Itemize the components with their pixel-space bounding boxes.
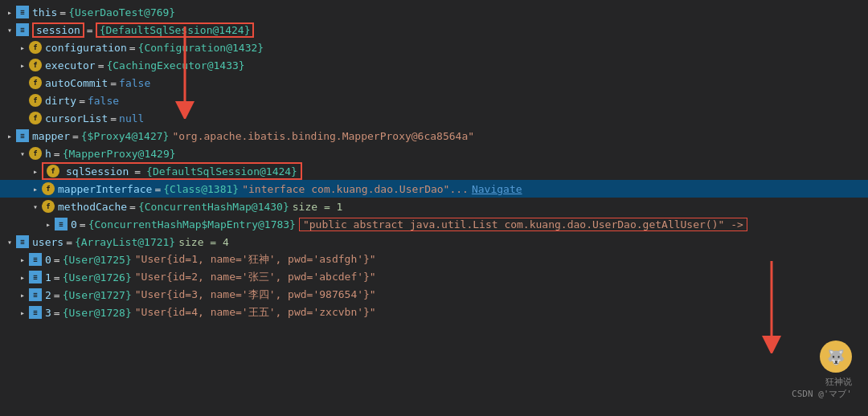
- var-value: {ConcurrentHashMap$MapEntry@1783}: [88, 218, 296, 230]
- field-icon: f: [29, 41, 42, 54]
- object-icon: ≡: [29, 306, 42, 319]
- executor-row[interactable]: f executor = {CachingExecutor@1433}: [0, 56, 868, 74]
- var-name: h: [45, 148, 51, 160]
- expand-arrow[interactable]: [29, 182, 42, 195]
- var-value: {ArrayList@1721}: [75, 236, 175, 248]
- var-value: {CachingExecutor@1433}: [106, 59, 244, 71]
- field-icon: f: [42, 182, 55, 195]
- var-name: executor: [45, 59, 96, 71]
- expand-arrow[interactable]: [16, 59, 29, 71]
- var-name: 3: [45, 307, 51, 319]
- mapper-row[interactable]: ≡ mapper = {$Proxy4@1427} "org.apache.ib…: [0, 127, 868, 145]
- var-value: {MapperProxy@1429}: [63, 148, 176, 160]
- var-value: {DefaultSqlSession@1424}: [146, 165, 297, 177]
- var-value: false: [88, 95, 119, 107]
- debug-panel: ≡ this = {UserDaoTest@769} ≡ session = {…: [0, 0, 868, 416]
- session-row[interactable]: ≡ session = {DefaultSqlSession@1424}: [0, 21, 868, 39]
- var-name: cursorList: [45, 112, 108, 124]
- var-value: {Class@1381}: [163, 183, 239, 195]
- var-name: this: [32, 6, 57, 18]
- object-icon: ≡: [55, 218, 68, 230]
- var-value: false: [119, 77, 150, 89]
- var-value: {User@1725}: [63, 254, 132, 266]
- var-value: {User@1726}: [63, 271, 132, 283]
- field-icon: f: [47, 165, 59, 177]
- no-arrow: [16, 94, 29, 107]
- expand-arrow[interactable]: [42, 218, 55, 230]
- var-name: 2: [45, 289, 51, 301]
- object-icon: ≡: [16, 129, 29, 142]
- size-info: size = 1: [293, 201, 343, 213]
- var-value: {ConcurrentHashMap@1430}: [138, 201, 289, 213]
- field-icon: f: [29, 59, 42, 71]
- field-icon: f: [29, 76, 42, 89]
- no-arrow: [16, 76, 29, 89]
- expand-arrow[interactable]: [16, 288, 29, 301]
- var-name: 0: [71, 218, 77, 230]
- watermark-brand: 狂神说: [825, 376, 852, 388]
- var-value: null: [119, 112, 144, 124]
- watermark-sub: CSDN @'マブ': [792, 388, 852, 400]
- var-name: session: [32, 22, 84, 38]
- expand-arrow[interactable]: [3, 235, 16, 248]
- expand-arrow[interactable]: [3, 129, 16, 142]
- var-value: {User@1727}: [63, 289, 132, 301]
- expand-arrow[interactable]: [29, 200, 42, 213]
- dirty-row[interactable]: f dirty = false: [0, 92, 868, 109]
- var-value-str: "User{id=1, name='狂神', pwd='asdfgh'}": [135, 252, 376, 267]
- tree-row[interactable]: ≡ this = {UserDaoTest@769}: [0, 3, 868, 21]
- expand-arrow[interactable]: [16, 41, 29, 54]
- cursorlist-row[interactable]: f cursorList = null: [0, 109, 868, 127]
- expand-arrow[interactable]: [16, 147, 29, 160]
- var-value-str: "User{id=2, name='张三', pwd='abcdef'}": [135, 270, 376, 284]
- expand-arrow[interactable]: [16, 271, 29, 283]
- object-icon: ≡: [29, 271, 42, 283]
- var-value: {UserDaoTest@769}: [68, 6, 175, 18]
- var-name: 1: [45, 271, 51, 283]
- expand-arrow[interactable]: [29, 165, 42, 177]
- expand-arrow[interactable]: [16, 253, 29, 266]
- var-value: {DefaultSqlSession@1424}: [96, 22, 255, 38]
- var-name: configuration: [45, 42, 127, 54]
- object-icon: ≡: [16, 235, 29, 248]
- field-icon: f: [29, 94, 42, 107]
- var-value-str: "User{id=3, name='李四', pwd='987654'}": [135, 288, 376, 302]
- var-value: {User@1728}: [63, 307, 132, 319]
- navigate-link[interactable]: Navigate: [472, 183, 522, 195]
- var-name: users: [32, 236, 63, 248]
- autocommit-row[interactable]: f autoCommit = false: [0, 74, 868, 92]
- users3-row[interactable]: ≡ 3 = {User@1728} "User{id=4, name='王五',…: [0, 304, 868, 321]
- users-row[interactable]: ≡ users = {ArrayList@1721} size = 4: [0, 233, 868, 251]
- expand-arrow[interactable]: [16, 306, 29, 319]
- var-value: {$Proxy4@1427}: [81, 130, 170, 142]
- entry-value: "public abstract java.util.List com.kuan…: [299, 218, 747, 231]
- no-arrow: [16, 112, 29, 124]
- methodcache-row[interactable]: f methodCache = {ConcurrentHashMap@1430}…: [0, 198, 868, 215]
- var-value-str: "User{id=4, name='王五', pwd='zxcvbn'}": [135, 305, 376, 320]
- mapperinterface-row[interactable]: f mapperInterface = {Class@1381} "interf…: [0, 180, 868, 198]
- expand-arrow[interactable]: [3, 6, 16, 18]
- object-icon: ≡: [29, 253, 42, 266]
- users2-row[interactable]: ≡ 2 = {User@1727} "User{id=3, name='李四',…: [0, 286, 868, 304]
- var-name: mapperInterface: [58, 183, 152, 195]
- object-icon: ≡: [16, 23, 29, 36]
- var-value-str: "org.apache.ibatis.binding.MapperProxy@6…: [172, 130, 474, 142]
- expand-arrow[interactable]: [3, 23, 16, 36]
- sqlsession-row[interactable]: f sqlSession = {DefaultSqlSession@1424}: [0, 162, 868, 180]
- size-info: size = 4: [178, 236, 229, 248]
- h-row[interactable]: f h = {MapperProxy@1429}: [0, 145, 868, 162]
- object-icon: ≡: [29, 288, 42, 301]
- users1-row[interactable]: ≡ 1 = {User@1726} "User{id=2, name='张三',…: [0, 268, 868, 286]
- object-icon: ≡: [16, 6, 29, 18]
- var-name: sqlSession: [66, 165, 129, 177]
- var-value-str: "interface com.kuang.dao.UserDao"...: [242, 183, 469, 195]
- var-name: 0: [45, 254, 51, 266]
- users0-row[interactable]: ≡ 0 = {User@1725} "User{id=1, name='狂神',…: [0, 251, 868, 268]
- configuration-row[interactable]: f configuration = {Configuration@1432}: [0, 39, 868, 56]
- var-name: autoCommit: [45, 77, 108, 89]
- field-icon: f: [29, 112, 42, 124]
- var-value: {Configuration@1432}: [138, 42, 264, 54]
- var-name: mapper: [32, 130, 70, 142]
- field-icon: f: [29, 147, 42, 160]
- methodcache0-row[interactable]: ≡ 0 = {ConcurrentHashMap$MapEntry@1783} …: [0, 215, 868, 233]
